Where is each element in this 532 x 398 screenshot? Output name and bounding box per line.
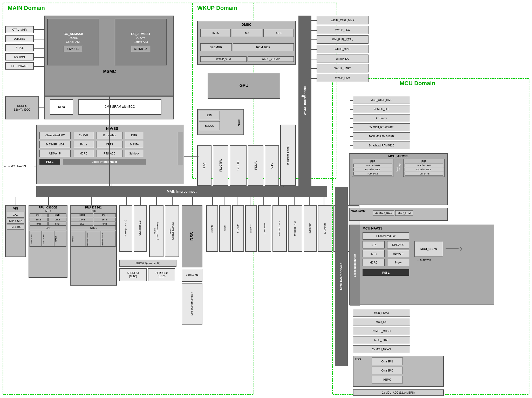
serdes-label: SERDES(mux per IF): [119, 260, 176, 267]
serdes0: SERDES0(1L1C): [148, 268, 175, 281]
serdes1: SERDES1(1L1C): [119, 268, 147, 281]
i2c-conn: [224, 197, 224, 205]
5x-mcspi: 5x MCSPI: [232, 205, 244, 252]
intr: INTR: [125, 132, 143, 139]
wkup-to-main-1: [283, 186, 284, 187]
hbmc: HBMC: [372, 376, 403, 383]
mcrc: MCRC: [73, 150, 94, 157]
diagram: MAIN Domain WKUP Domain MCU Domain CTRL_…: [0, 0, 532, 398]
navss-to-region: [184, 156, 199, 157]
to-mcu-navss: ← To MCU NAVSS: [4, 165, 26, 168]
mcu-conn-4: [350, 127, 353, 128]
mcu-inta: INTA: [363, 241, 385, 248]
main-interconnect: MAIN Interconnect: [36, 186, 327, 197]
esm: ESM: [199, 111, 220, 120]
spi-conn: [237, 197, 237, 205]
to-navss-label: ← To NAVSS: [417, 259, 431, 261]
mcu-i2c: MCU_I2C: [353, 318, 410, 326]
vin-conn: [16, 197, 16, 205]
sram-ecc: 2MB SRAM with ECC: [78, 99, 161, 115]
4x-timers: 4x Timers: [353, 114, 410, 122]
scrachpad-ram: Scrachpad RAM 512B: [353, 141, 410, 149]
gpio-conn: [212, 197, 213, 205]
udma-p: UDMA - P: [39, 150, 71, 157]
openldi: OpenLDI/4L: [182, 269, 202, 282]
6x-ehrpwm: 6x eHRPWM: [318, 205, 332, 252]
mcu-domain-label: MCU Domain: [400, 80, 435, 87]
mcu-channelized-fw: Channelized FW: [363, 232, 409, 240]
wkup-gpio: WKUP_GPIO: [317, 45, 369, 53]
mmcsd1-conn: [294, 197, 295, 205]
mmcsd1: MMCSD1 - 4-bit: [288, 205, 302, 252]
usb0: USB0(USB3.0 DualRole): [149, 205, 163, 257]
channelized-fw: Channelized FW: [39, 132, 71, 139]
7x-pll: 7x PLL: [5, 44, 34, 51]
dru: DRU: [50, 99, 73, 115]
debugss: DebugSS: [5, 35, 34, 42]
dss-conn: [192, 197, 193, 205]
navss-main-conn: [112, 184, 112, 187]
mcu-pdma: MCU_PDMA: [353, 309, 410, 317]
dss: DSS: [182, 205, 202, 267]
msmc-label: MSMC: [84, 69, 135, 74]
vin-box: VIN CAL MIPI CSI-2 LVDSRX: [5, 205, 26, 257]
8x-dcc: 8x DCC: [199, 121, 220, 130]
2x-mcu-rti: 2x MCU_RTI/WWDT: [353, 123, 410, 131]
pdma: PDMA: [248, 145, 263, 186]
ddrss: DDRSS32b+7b ECC: [5, 96, 39, 119]
wkup-to-right-2: [311, 30, 317, 31]
gpmc-conn: [263, 197, 264, 205]
2x-mcu-pll: 2x MCU_PLL: [353, 105, 410, 113]
local-interconnect-navss: Local Interconnect: [63, 159, 146, 165]
mcu-conn-1: [350, 100, 353, 101]
3x-mcu-mcspi: 3x MCU_MCSPI: [353, 327, 410, 335]
spinlock: Spinlock: [125, 150, 143, 157]
cc-armss0: CC_ARMSS0 2x Arm Cortex-A53 512KB L2: [47, 19, 99, 65]
cc-armss1: CC_ARMSS1 2x Arm Cortex-A53 512KB L2: [115, 19, 167, 65]
2x-mcu-mcan: 2x MCU_MCAN: [353, 345, 410, 353]
mcu-proxy: Proxy: [387, 259, 409, 266]
usb1-conn: [172, 197, 173, 205]
wkup-to-right-7: [311, 78, 317, 79]
wkup-ctrl-mmr: WKUP_CTRL_MMR: [317, 16, 369, 24]
mcu-cpsw: MCU_CPSW: [414, 241, 443, 257]
msmc-to-main: [109, 122, 110, 186]
isafety-label: iSafety: [235, 110, 243, 136]
pcie0: PCIE0 (Gen 3.0): [119, 205, 132, 252]
mcu-conn-5: [350, 136, 353, 137]
mcu-navss-group: Local Interconnect MCU NAVSS Channelized…: [349, 225, 494, 305]
pcie1: PCIE1 (Gen 3.0): [134, 205, 147, 252]
fss-group: FSS OctalSPI1 OctalSPI0 HBMC: [353, 356, 444, 387]
cc-armss0-group: CC_ARMSS0 2x Arm Cortex-A53 512KB L2 CC_…: [44, 16, 174, 96]
mcu-conn-3: [350, 118, 353, 119]
usb0-conn: [156, 197, 157, 205]
mcu-safety-group: MCU-Safety 3x MCU_DCC MCU_ESM: [349, 208, 448, 221]
mcu-udma-p: UDMA-P: [387, 250, 409, 257]
mcu-psil: PSI-L: [363, 269, 409, 276]
wkup-uart: WKUP_UART: [317, 64, 369, 72]
mmcsd0: MMCSD0 - 8-bit: [272, 205, 287, 252]
proxy: Proxy: [73, 141, 94, 148]
3x-uart: 3x UART: [245, 205, 257, 252]
msmc-to-cc: [109, 96, 110, 125]
mcu-ctrl-mmr: MCU_CTRL_MMR: [353, 96, 410, 104]
mcu-interconnect: MCU Interconnect: [335, 187, 348, 366]
pru-icssg2-group: PRU_ICSSG2 RTU PRU PRU 16KB 16KB 8KB 8KB…: [70, 205, 117, 286]
ddrss-arrow: [39, 107, 44, 108]
psil-bar-navss: PSI-L: [39, 159, 60, 165]
gtc: GTC: [265, 145, 279, 186]
pru2-conn: [91, 197, 92, 205]
mcu-armss-group: MCU_ARMSS R5F I-cache 16KB D-cache 16KB …: [349, 153, 448, 205]
2x-timer-mgr: 2x TIMER_MGR: [39, 141, 71, 148]
wkup-domain-label: WKUP Domain: [197, 5, 237, 11]
pllctrl: PLLCTRL: [213, 145, 228, 186]
mcu-conn-6: [350, 145, 353, 146]
4x-rti: 4x RTI/WWDT: [5, 62, 34, 70]
2x-pvu: 2x PVU: [73, 132, 94, 139]
2x-gpio: 2x GPIO: [206, 205, 218, 252]
pcie0-conn: [126, 197, 127, 205]
octal-spi1: OctalSPI1: [372, 357, 403, 365]
wkup-to-right-5: [311, 59, 317, 59]
3x-mcasp: 3x MCASP: [304, 205, 317, 252]
wkup-interconnect: WKUP Interconnect: [298, 16, 311, 186]
